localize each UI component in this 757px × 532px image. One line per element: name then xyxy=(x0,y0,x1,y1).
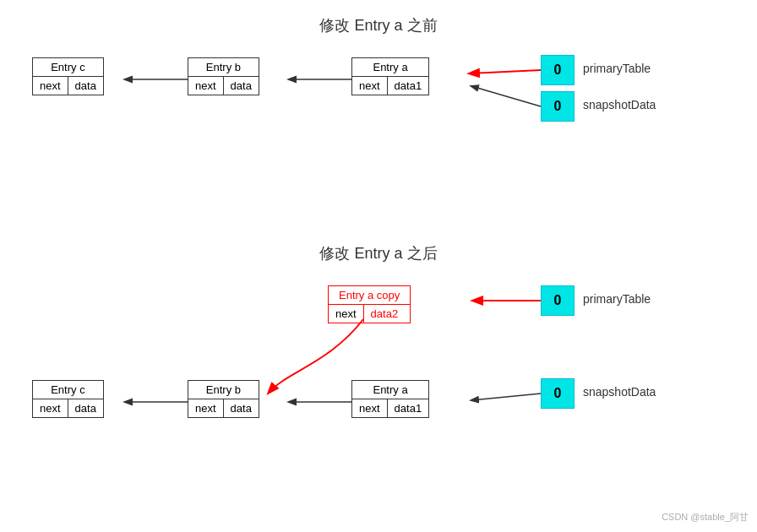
bottom-snapshot-label: snapshotData xyxy=(583,385,656,399)
bottom-snapshot-box: 0 xyxy=(541,378,575,409)
bottom-entry-b-next: next xyxy=(188,399,223,417)
top-arrow-snapshot-to-a xyxy=(471,86,541,106)
bottom-entry-b: Entry b next data xyxy=(188,380,259,418)
top-snapshot-label: snapshotData xyxy=(583,98,656,111)
bottom-entry-a-copy-header: Entry a copy xyxy=(329,286,410,305)
page: 修改 Entry a 之前 Entry c next data Entry b … xyxy=(0,0,757,532)
bottom-entry-b-header: Entry b xyxy=(188,381,259,399)
bottom-primary-box: 0 xyxy=(541,285,575,316)
bottom-section-title: 修改 Entry a 之后 xyxy=(0,243,757,263)
bottom-entry-a-header: Entry a xyxy=(352,381,428,399)
bottom-entry-a-copy-data2: data2 xyxy=(363,305,406,323)
top-entry-c-data: data xyxy=(68,77,103,95)
top-entry-b-header: Entry b xyxy=(188,58,259,77)
bottom-arrow-snapshot-to-a xyxy=(471,394,541,400)
bottom-entry-c-data: data xyxy=(68,399,103,417)
bottom-primary-label: primaryTable xyxy=(583,292,651,306)
top-primary-label: primaryTable xyxy=(583,62,651,75)
top-entry-a: Entry a next data1 xyxy=(351,57,429,95)
top-arrow-primary-to-a xyxy=(470,70,541,73)
top-primary-box: 0 xyxy=(541,55,575,85)
top-entry-c: Entry c next data xyxy=(32,57,104,95)
bottom-entry-c-next: next xyxy=(33,399,68,417)
bottom-entry-c: Entry c next data xyxy=(32,380,104,418)
top-entry-b-next: next xyxy=(188,77,223,95)
bottom-entry-a-copy-next: next xyxy=(329,305,363,323)
top-snapshot-box: 0 xyxy=(541,91,575,122)
top-entry-b: Entry b next data xyxy=(188,57,259,95)
top-entry-a-header: Entry a xyxy=(352,58,428,77)
bottom-entry-b-data: data xyxy=(223,399,259,417)
bottom-entry-a: Entry a next data1 xyxy=(351,380,429,418)
bottom-entry-a-copy: Entry a copy next data2 xyxy=(328,285,411,323)
top-entry-c-header: Entry c xyxy=(33,58,103,77)
top-entry-a-next: next xyxy=(352,77,387,95)
bottom-entry-a-data: data1 xyxy=(387,399,429,417)
top-entry-c-next: next xyxy=(33,77,68,95)
top-section-title: 修改 Entry a 之前 xyxy=(0,15,757,35)
bottom-arrow-copy-to-b xyxy=(269,319,363,393)
bottom-entry-c-header: Entry c xyxy=(33,381,103,399)
top-entry-a-data: data1 xyxy=(387,77,429,95)
watermark: CSDN @stable_阿甘 xyxy=(662,511,749,524)
bottom-entry-a-next: next xyxy=(352,399,387,417)
top-entry-b-data: data xyxy=(223,77,259,95)
